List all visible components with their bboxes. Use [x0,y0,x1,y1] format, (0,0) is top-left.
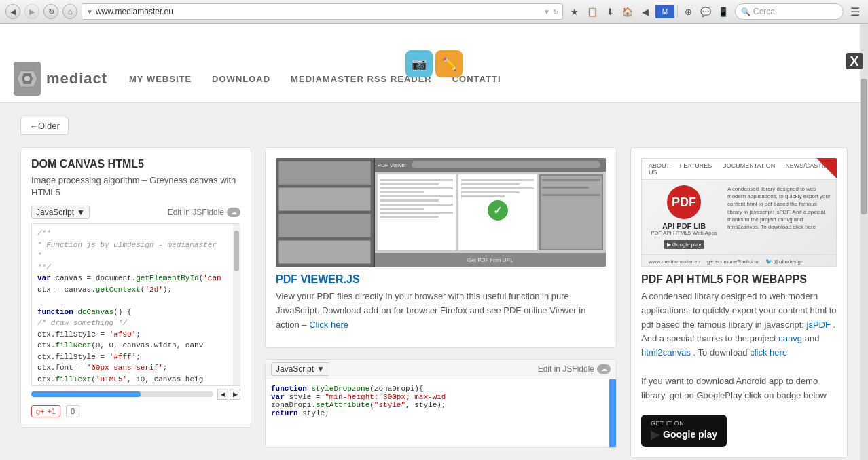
home-button[interactable]: ⌂ [62,4,77,19]
next-arrow-button[interactable]: ▶ [230,389,240,400]
lang-select-2[interactable]: JavaScript ▼ [271,362,329,376]
api-card-text: A condensed library designed to web mode… [641,290,837,402]
code-scrollbar-2[interactable] [609,379,616,447]
bookmark-star-button[interactable]: ★ [567,4,582,19]
floating-toolbar: 📷 ✏️ [405,50,463,77]
chat-button[interactable]: 💬 [698,4,713,19]
api-description-preview: A condensed library designed to web mode… [727,185,831,231]
edit-jsfiddle-link-2[interactable]: Edit in JSFiddle ☁ [538,364,611,374]
google-play-text: Google play [663,429,717,440]
pdf-thumb-1 [278,161,371,185]
camera-float-button[interactable]: 📷 [405,50,433,77]
pdf-preview: PDF Viewer [276,158,606,267]
lang-dropdown-icon-2: ▼ [317,364,325,374]
pdf-viewer-link[interactable]: PDF VIEWER.JS [276,273,360,285]
pdf-sidebar-page [539,174,603,250]
lang-label: JavaScript [36,208,74,217]
google-play-bottom: ▶ Google play [651,427,717,442]
api-right: A condensed library designed to web mode… [727,185,831,249]
left-arrow-button[interactable]: ◀ [638,4,653,19]
pdf-thumb-3 [278,214,371,237]
pdf-text [461,183,520,185]
pdf-text [461,195,505,197]
api-pdf-card: ABOUT US FEATURES DOCUMENTATION NEWS/CAS… [630,147,848,458]
google-play-top: GET IT ON [651,420,717,427]
pdf-text [380,212,453,214]
api-badge-area: ▶ Google play [664,240,705,249]
nav-arrows: ◀ ▶ [217,389,240,400]
pdf-pages: ✓ [375,172,606,253]
pdf-search-bar [412,161,600,168]
pdf-text [380,195,453,197]
nav-download[interactable]: DOWNLOAD [212,74,270,84]
pdf-viewer-title: PDF VIEWER.JS [276,273,606,286]
lock-icon: ▼ [86,8,93,16]
page-scrollbar-thumb [861,79,867,214]
code-line: ctx = canvas.getContext('2d'); [37,284,234,296]
jspdf-link[interactable]: jsPDF [807,320,831,330]
code-line: ctx.font = '60px sans-serif'; [37,362,234,374]
pdf-viewer-text: View your PDF files directly in your bro… [276,290,606,332]
url-text: www.mediamaster.eu [96,7,173,16]
reload-button[interactable]: ↻ [43,4,58,19]
close-button[interactable]: X [846,53,863,69]
older-button[interactable]: Older [20,117,69,135]
code-scrollbar[interactable] [233,224,240,385]
code-line: **/ [37,262,234,273]
menu-button[interactable]: ☰ [848,4,863,19]
synced-button[interactable]: 📱 [716,4,731,19]
api-logo: PDF [667,185,701,219]
search-bar[interactable]: 🔍 Cerca [735,3,844,20]
download-button[interactable]: ⬇ [602,4,617,19]
pdf-footer-text: Get PDF from URL [467,257,513,263]
pdf-toolbar-text: PDF Viewer [378,162,407,168]
gplus-count: 0 [66,405,79,417]
logo-text: mediact [46,70,107,88]
pdf-text [542,187,589,189]
google-play-button[interactable]: GET IT ON ▶ Google play [641,415,727,447]
browser-toolbar: ◀ ▶ ↻ ⌂ ▼ www.mediamaster.eu ▼ ↻ ★ 📋 ⬇ 🏠… [0,0,868,24]
site-logo: mediact [14,62,95,96]
separator [677,5,678,18]
pdf-text [380,191,424,193]
home-nav-button[interactable]: 🏠 [620,4,635,19]
profile-button[interactable]: M [655,5,674,18]
pdf-text [380,204,453,206]
prev-arrow-button[interactable]: ◀ [217,389,228,400]
edit-jsfiddle-link[interactable]: Edit in JSFiddle ☁ [168,208,240,217]
pdf-text [380,183,439,185]
back-button[interactable]: ◀ [5,4,20,19]
api-twitter: 🐦 @ulmdesign [765,258,804,265]
html2canvas-link[interactable]: html2canvas [641,347,691,358]
code-line: * Function js by ulmdesign - mediamaster [37,239,234,251]
forward-button[interactable]: ▶ [24,4,39,19]
pdf-toolbar: PDF Viewer [375,158,606,172]
edit-float-button[interactable]: ✏️ [435,50,463,77]
pdf-text [380,208,424,210]
address-bar[interactable]: ▼ www.mediamaster.eu ▼ ↻ [82,3,563,20]
click-here-link[interactable]: Click here [309,320,348,330]
page-scrollbar[interactable]: ▼ ▼ [860,24,868,460]
pdf-main-view: PDF Viewer [375,158,606,267]
page-wrapper: 📷 ✏️ X mediact MY WEBSITE DOWNLOAD MEDI [0,24,868,460]
code-scrollbar-thumb [234,231,239,271]
api-nav-item-3: DOCUMENTATION [722,162,775,176]
canvg-link[interactable]: canvg [778,333,802,343]
gplus-button[interactable]: g+ +1 [31,405,60,417]
extensions-button[interactable]: ⊕ [681,4,695,19]
bookmark-page-button[interactable]: 📋 [585,4,600,19]
pdf-text [461,191,520,193]
click-here-link-2[interactable]: click here [750,347,787,358]
pdf-footer: Get PDF from URL [375,253,606,267]
pdf-page-1 [378,174,456,250]
lang-dropdown-icon: ▼ [77,208,85,217]
lang-select[interactable]: JavaScript ▼ [31,206,90,219]
code-line: ctx.fillStyle = '#f90'; [37,329,234,341]
code-line: var canvas = document.getElementById('ca… [37,273,234,284]
code-line [37,295,234,307]
nav-mywebsite[interactable]: MY WEBSITE [129,74,192,84]
code-line: ctx.font = '26px sans-serif'; [37,385,234,386]
api-gplus: g+ +comuneRadicino [707,258,759,265]
main-content: Older DOM CANVAS HTML5 Image processing … [0,103,868,460]
pdf-text [461,179,534,181]
